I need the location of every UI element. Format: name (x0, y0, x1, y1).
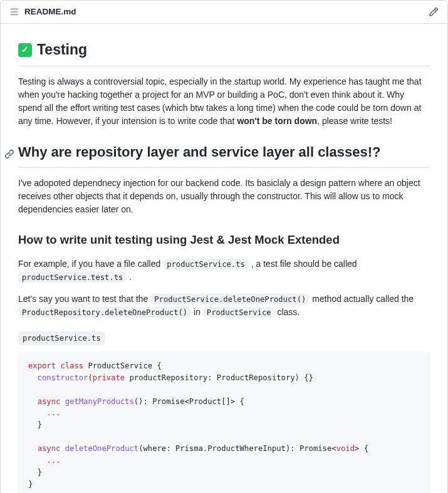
file-header: README.md (1, 1, 447, 24)
page-title: ✓ Testing (18, 39, 430, 66)
code-inline: ProductService (203, 307, 275, 318)
code-inline: productService.ts (163, 259, 249, 269)
code-inline: productService.test.ts (18, 272, 127, 283)
code-file-label: productService.ts (18, 331, 105, 345)
example-paragraph: For example, if you have a file called p… (18, 257, 430, 284)
link-icon[interactable] (4, 144, 14, 165)
heading-howto: How to write unit testing using Jest & J… (18, 231, 430, 249)
list-icon[interactable] (9, 7, 19, 17)
lets-say-paragraph: Let's say you want to test that the Prod… (18, 293, 430, 319)
code-inline: ProductService.deleteOneProduct() (150, 294, 310, 304)
intro-paragraph: Testing is always a controversial topic,… (18, 75, 430, 128)
code-inline: ProductRepository.deleteOneProduct() (18, 307, 191, 318)
checkmark-icon: ✓ (18, 43, 32, 57)
pencil-icon[interactable] (429, 7, 439, 17)
code-block-service: export class ProductService { constructo… (18, 351, 430, 493)
page-title-text: Testing (37, 39, 87, 61)
readme-body: ✓ Testing Testing is always a controvers… (1, 24, 447, 493)
file-name: README.md (24, 6, 76, 18)
heading-why-classes: Why are repository layer and service lay… (18, 142, 430, 168)
why-paragraph: I've adopoted dependnecy injection for o… (18, 177, 430, 216)
